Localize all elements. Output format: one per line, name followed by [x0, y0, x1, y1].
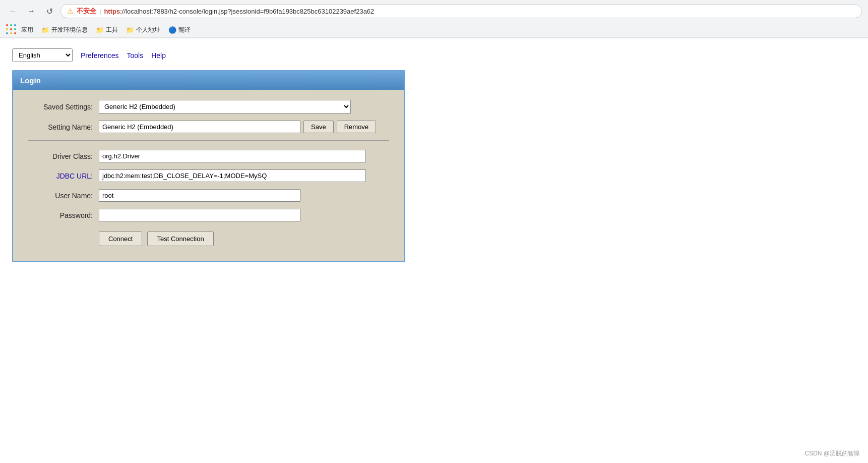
url-protocol: https	[104, 8, 120, 15]
driver-class-label: Driver Class:	[28, 152, 99, 160]
driver-class-row: Driver Class:	[28, 150, 389, 162]
password-input[interactable]	[99, 209, 300, 221]
address-bar[interactable]: ⚠ 不安全 | https://localhost:7883/h2-consol…	[60, 4, 862, 18]
saved-settings-row: Saved Settings: Generic H2 (Embedded) Ge…	[28, 100, 389, 113]
password-label: Password:	[28, 211, 99, 219]
preferences-link[interactable]: Preferences	[81, 51, 118, 60]
saved-settings-label: Saved Settings:	[28, 103, 99, 111]
driver-class-input[interactable]	[99, 150, 366, 162]
login-body: Saved Settings: Generic H2 (Embedded) Ge…	[13, 90, 404, 261]
apps-label: 应用	[21, 26, 33, 34]
bookmarks-bar: 应用 📁 开发环境信息 📁 工具 📁 个人地址 🔵 翻译	[0, 22, 868, 38]
language-select[interactable]: English Chinese French German Japanese	[12, 48, 73, 62]
test-connection-button[interactable]: Test Connection	[147, 231, 213, 246]
bookmark-translate[interactable]: 🔵 翻译	[168, 26, 191, 34]
refresh-button[interactable]: ↺	[42, 4, 56, 18]
setting-name-input[interactable]	[99, 121, 300, 133]
login-panel: Login Saved Settings: Generic H2 (Embedd…	[12, 70, 405, 262]
warning-icon: ⚠	[67, 7, 74, 15]
saved-settings-select[interactable]: Generic H2 (Embedded) Generic H2 (Server…	[99, 100, 351, 113]
user-name-row: User Name:	[28, 189, 389, 202]
bookmark-label-3: 个人地址	[136, 26, 160, 34]
bookmark-dev-info[interactable]: 📁 开发环境信息	[41, 26, 88, 34]
browser-chrome: ← → ↺ ⚠ 不安全 | https://localhost:7883/h2-…	[0, 0, 868, 38]
user-name-label: User Name:	[28, 192, 99, 200]
folder-icon-1: 📁	[41, 26, 49, 34]
folder-icon-3: 📁	[126, 26, 134, 34]
user-name-input[interactable]	[99, 189, 300, 202]
save-button[interactable]: Save	[303, 121, 334, 133]
tools-link[interactable]: Tools	[127, 51, 143, 60]
login-title: Login	[20, 76, 41, 85]
bookmark-apps[interactable]: 应用	[6, 24, 33, 35]
browser-toolbar: ← → ↺ ⚠ 不安全 | https://localhost:7883/h2-…	[0, 0, 868, 22]
jdbc-url-label[interactable]: JDBC URL:	[28, 172, 99, 180]
bookmark-label-2: 工具	[106, 26, 118, 34]
setting-name-row: Setting Name: Save Remove	[28, 121, 389, 133]
remove-button[interactable]: Remove	[337, 121, 376, 133]
url-rest: ://localhost:7883/h2-console/login.jsp?j…	[120, 8, 374, 15]
help-link[interactable]: Help	[151, 51, 166, 60]
divider	[28, 140, 389, 141]
password-row: Password:	[28, 209, 389, 221]
connect-button[interactable]: Connect	[99, 231, 142, 246]
insecure-label: 不安全	[77, 7, 96, 16]
bookmark-label-1: 开发环境信息	[51, 26, 88, 34]
login-header: Login	[13, 71, 404, 90]
bookmark-personal[interactable]: 📁 个人地址	[126, 26, 160, 34]
top-nav: English Chinese French German Japanese P…	[12, 48, 856, 62]
jdbc-url-row: JDBC URL:	[28, 169, 389, 182]
back-button[interactable]: ←	[6, 4, 20, 18]
setting-name-input-group: Save Remove	[99, 121, 376, 133]
page-content: English Chinese French German Japanese P…	[0, 38, 868, 441]
forward-button[interactable]: →	[24, 4, 38, 18]
folder-icon-2: 📁	[96, 26, 104, 34]
apps-icon	[6, 24, 17, 35]
setting-name-label: Setting Name:	[28, 123, 99, 131]
bookmark-tools[interactable]: 📁 工具	[96, 26, 118, 34]
bookmark-label-4: 翻译	[178, 26, 191, 34]
translate-icon: 🔵	[168, 26, 176, 34]
jdbc-url-input[interactable]	[99, 169, 366, 182]
url-separator: |	[99, 8, 101, 15]
url-display: https://localhost:7883/h2-console/login.…	[104, 8, 374, 15]
action-row: Connect Test Connection	[28, 231, 389, 246]
